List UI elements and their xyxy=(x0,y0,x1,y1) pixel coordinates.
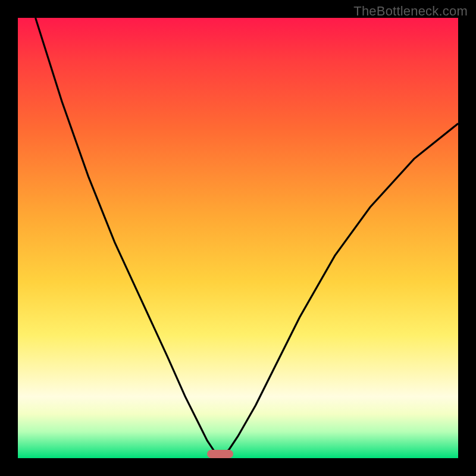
watermark-text: TheBottleneck.com xyxy=(353,4,468,19)
bottleneck-curve xyxy=(18,18,458,458)
curve-left-branch xyxy=(36,18,221,458)
curve-right-branch xyxy=(220,124,458,458)
plot-area xyxy=(18,18,458,458)
optimal-marker xyxy=(207,450,233,458)
